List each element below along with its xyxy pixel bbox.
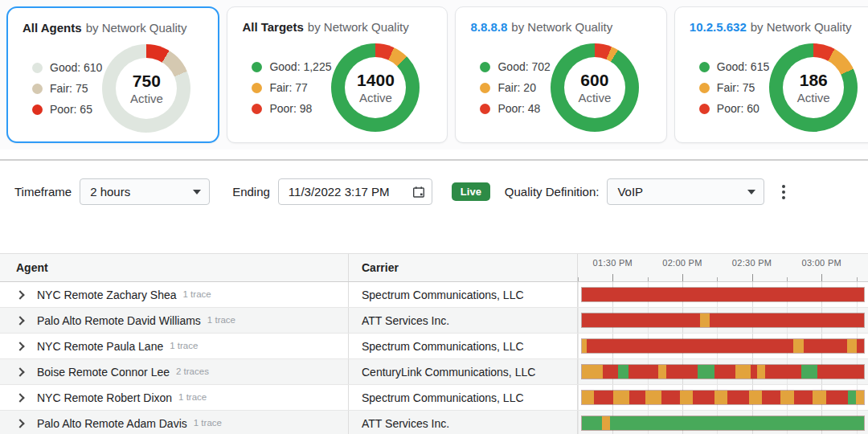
card-subtitle: by Network Quality — [308, 20, 409, 34]
trace-count: 1 trace — [183, 289, 211, 299]
card-title: All Targetsby Network Quality — [242, 20, 434, 34]
quality-segment-good — [698, 365, 714, 379]
card-all-targets[interactable]: All Targetsby Network Quality Good: 1,22… — [227, 6, 448, 143]
quality-definition-select[interactable]: VoIP — [607, 178, 764, 205]
quality-segment-fair — [847, 339, 857, 353]
active-label: Active — [578, 91, 611, 104]
legend-poor: Poor: 65 — [32, 103, 102, 116]
expand-chevron-icon[interactable] — [15, 290, 24, 299]
expand-chevron-icon[interactable] — [15, 342, 24, 350]
timeframe-value: 2 hours — [90, 185, 130, 199]
carrier-column-header[interactable]: Carrier — [348, 254, 577, 281]
legend-good: Good: 1,225 — [252, 60, 331, 73]
quality-segment-fair — [813, 391, 825, 404]
legend-fair: Fair: 75 — [32, 82, 102, 95]
agent-column-header[interactable]: Agent — [0, 254, 348, 281]
toolbar: Timeframe 2 hours Ending 11/3/2022 3:17 … — [0, 161, 868, 223]
table-row[interactable]: NYC Remote Paula Lane1 trace Spectrum Co… — [0, 334, 868, 359]
quality-segment-poor — [629, 391, 645, 404]
trace-count: 1 trace — [170, 341, 198, 350]
poor-dot-icon — [480, 104, 490, 114]
card-title: 8.8.8.8by Network Quality — [470, 20, 653, 34]
expand-chevron-icon[interactable] — [15, 367, 24, 376]
donut-chart[interactable]: 1400 Active — [331, 43, 420, 132]
agent-name: NYC Remote Zachary Shea — [37, 289, 177, 301]
legend-good-label: Good: 1,225 — [269, 60, 331, 73]
trace-count: 1 trace — [194, 418, 222, 428]
donut-center: 750 Active — [116, 58, 177, 119]
donut-center: 1400 Active — [345, 57, 406, 118]
legend-poor-label: Poor: 48 — [497, 102, 540, 115]
minor-tick — [717, 277, 718, 281]
major-tick — [752, 274, 753, 281]
quality-segment-good — [582, 416, 602, 430]
quality-segment-poor — [582, 288, 864, 301]
timeline-gridline — [578, 282, 579, 307]
legend-good-label: Good: 610 — [50, 61, 102, 74]
expand-chevron-icon[interactable] — [15, 393, 24, 402]
more-options-kebab-icon[interactable] — [777, 181, 790, 203]
quality-definition-label: Quality Definition: — [505, 185, 600, 199]
quality-segment-fair — [582, 365, 603, 379]
legend-fair-label: Fair: 75 — [717, 81, 755, 94]
legend-fair: Fair: 77 — [252, 81, 331, 94]
card-subtitle: by Network Quality — [511, 20, 612, 34]
ending-datetime-input[interactable]: 11/3/2022 3:17 PM — [278, 178, 432, 205]
card-8888[interactable]: 8.8.8.8by Network Quality Good: 702 Fair… — [455, 6, 666, 143]
quality-segment-fair — [700, 313, 710, 327]
quality-segment-good — [801, 365, 817, 379]
timeframe-label: Timeframe — [14, 185, 72, 199]
table-row[interactable]: Palo Alto Remote David Williams1 trace A… — [0, 308, 868, 334]
expand-chevron-icon[interactable] — [15, 316, 24, 325]
agent-name: Palo Alto Remote David Williams — [37, 314, 201, 327]
quality-segment-poor — [817, 365, 864, 379]
quality-timeline-bar[interactable] — [582, 391, 864, 404]
live-badge[interactable]: Live — [452, 182, 490, 201]
quality-timeline-bar[interactable] — [582, 313, 864, 327]
legend-fair-label: Fair: 20 — [497, 81, 535, 94]
legend-poor-label: Poor: 65 — [50, 103, 92, 116]
table-row[interactable]: Boise Remote Connor Lee2 traces CenturyL… — [0, 359, 868, 385]
carrier-name: ATT Services Inc. — [348, 411, 577, 434]
legend-good: Good: 702 — [480, 60, 550, 73]
table-row[interactable]: NYC Remote Robert Dixon1 trace Spectrum … — [0, 385, 868, 411]
table-header: Agent Carrier 01:30 PM02:00 PM02:30 PM03… — [0, 254, 868, 282]
quality-segment-fair — [714, 391, 728, 404]
axis-tick-label: 01:30 PM — [593, 258, 633, 268]
expand-chevron-icon[interactable] — [15, 419, 24, 428]
quality-segment-fair — [658, 365, 666, 379]
donut-chart[interactable]: 186 Active — [769, 43, 858, 132]
good-dot-icon — [32, 63, 43, 73]
carrier-name: ATT Services Inc. — [348, 308, 577, 333]
quality-segment-fair — [757, 365, 765, 379]
quality-timeline-bar[interactable] — [582, 288, 864, 301]
table-row[interactable]: NYC Remote Zachary Shea1 trace Spectrum … — [0, 282, 868, 308]
card-10-2-5-632[interactable]: 10.2.5.632by Network Quality Good: 615 F… — [674, 6, 868, 143]
active-label: Active — [130, 92, 163, 105]
quality-timeline-bar[interactable] — [582, 365, 864, 379]
donut-chart[interactable]: 600 Active — [551, 43, 639, 132]
axis-tick-label: 02:30 PM — [732, 258, 772, 268]
active-count: 1400 — [357, 71, 395, 90]
quality-segment-poor — [794, 391, 813, 404]
card-name: All Targets — [242, 20, 303, 34]
timeframe-select[interactable]: 2 hours — [80, 178, 210, 205]
fair-dot-icon — [32, 84, 43, 94]
trace-count: 2 traces — [176, 366, 209, 376]
carrier-name: CenturyLink Communications, LLC — [348, 359, 577, 384]
carrier-name: Spectrum Communications, LLC — [348, 282, 577, 307]
card-all-agents[interactable]: All Agentsby Network Quality Good: 610 F… — [6, 6, 219, 143]
donut-chart[interactable]: 750 Active — [102, 44, 190, 133]
quality-timeline-bar[interactable] — [582, 416, 864, 430]
quality-timeline-bar[interactable] — [582, 339, 864, 353]
quality-segment-fair — [780, 391, 794, 404]
table-row[interactable]: Palo Alto Remote Adam Davis1 trace ATT S… — [0, 411, 868, 434]
quality-segment-poor — [751, 365, 757, 379]
agent-name: Boise Remote Connor Lee — [37, 366, 170, 379]
calendar-icon[interactable] — [412, 186, 425, 199]
quality-legend: Good: 1,225 Fair: 77 Poor: 98 — [252, 60, 331, 115]
major-tick — [612, 274, 613, 281]
quality-segment-poor — [628, 365, 659, 379]
card-name: 10.2.5.632 — [690, 20, 747, 34]
quality-segment-poor — [765, 365, 801, 379]
